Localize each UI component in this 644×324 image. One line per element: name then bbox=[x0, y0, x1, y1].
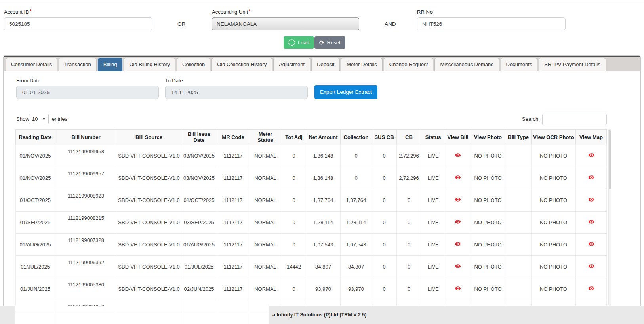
refresh-icon: ⟳ bbox=[319, 40, 324, 46]
column-header-bill-number[interactable]: Bill Number bbox=[55, 130, 117, 145]
cell-tot-adj: 0 bbox=[282, 189, 306, 212]
column-header-view-ocr-photo[interactable]: View OCR Photo bbox=[532, 130, 576, 145]
billing-page: Account ID* OR Accounting Unit* NELAMANG… bbox=[0, 0, 644, 324]
tab-collection[interactable]: Collection bbox=[177, 58, 210, 71]
view-eye-icon[interactable] bbox=[588, 219, 594, 224]
cell-tot-adj: 0 bbox=[282, 167, 306, 189]
cell-reading-date: 01/OCT/2025 bbox=[16, 189, 55, 212]
from-date-input[interactable] bbox=[16, 86, 159, 99]
cell-collection: 0 bbox=[341, 167, 372, 189]
cell-bill-issue-date: 01/JUL/2025 bbox=[181, 256, 217, 278]
cell-bill-number: 1112199009958 bbox=[55, 145, 117, 167]
cell-sus-cb: 0 bbox=[372, 212, 397, 234]
cell-view-bill bbox=[445, 189, 471, 212]
view-eye-icon[interactable] bbox=[455, 153, 461, 158]
column-header-cb[interactable]: CB bbox=[397, 130, 421, 145]
column-header-bill-source[interactable]: Bill Source bbox=[117, 130, 181, 145]
table-row: 01/NOV/20251112199009957SBD-VHT-CONSOLE-… bbox=[16, 167, 607, 189]
column-header-view-bill[interactable]: View Bill bbox=[445, 130, 471, 145]
cell-meter-status: NORMAL bbox=[249, 278, 282, 300]
export-ledger-extract-button[interactable]: Export Ledger Extract bbox=[314, 85, 377, 99]
tab-adjustment[interactable]: Adjustment bbox=[273, 58, 310, 71]
tab-miscellaneous-demand[interactable]: Miscellaneous Demand bbox=[434, 58, 499, 71]
column-header-bill-type[interactable]: Bill Type bbox=[505, 130, 532, 145]
tab-billing[interactable]: Billing bbox=[98, 58, 123, 71]
tab-srtpv-payment-details[interactable]: SRTPV Payment Details bbox=[539, 58, 606, 71]
cell-mr-code: 1112117 bbox=[217, 189, 249, 212]
column-header-net-amount[interactable]: Net Amount bbox=[306, 130, 341, 145]
rr-no-input[interactable] bbox=[417, 17, 566, 30]
tab-old-collection-history[interactable]: Old Collection History bbox=[211, 58, 272, 71]
view-eye-icon[interactable] bbox=[455, 175, 461, 180]
view-eye-icon[interactable] bbox=[588, 242, 594, 246]
cell-bill-source: SBD-VHT-CONSOLE-V1.0 bbox=[117, 189, 181, 212]
view-eye-icon[interactable] bbox=[455, 264, 461, 269]
tab-change-request[interactable]: Change Request bbox=[384, 58, 434, 71]
tab-old-billing-history[interactable]: Old Billing History bbox=[124, 58, 175, 71]
account-id-label: Account ID* bbox=[4, 8, 32, 15]
column-header-tot-adj[interactable]: Tot Adj bbox=[282, 130, 306, 145]
cell-meter-status: NORMAL bbox=[249, 212, 282, 234]
cell-mr-code: 1112117 bbox=[217, 145, 249, 167]
cell-bill-source: SBD-VHT-CONSOLE-V1.0 bbox=[117, 212, 181, 234]
cell-view-photo: NO PHOTO bbox=[471, 278, 505, 300]
scrollbar-thumb[interactable] bbox=[609, 130, 611, 189]
column-header-collection[interactable]: Collection bbox=[341, 130, 372, 145]
column-header-view-photo[interactable]: View Photo bbox=[471, 130, 505, 145]
cell-collection: 1,28,114 bbox=[341, 212, 372, 234]
cell-meter-status: NORMAL bbox=[249, 256, 282, 278]
column-header-mr-code[interactable]: MR Code bbox=[217, 130, 249, 145]
table-scrollbar[interactable] bbox=[608, 129, 611, 306]
tab-deposit[interactable]: Deposit bbox=[311, 58, 340, 71]
tab-consumer-details[interactable]: Consumer Details bbox=[6, 58, 57, 71]
cell-status: LIVE bbox=[421, 256, 445, 278]
to-date-input[interactable] bbox=[165, 86, 308, 99]
view-eye-icon[interactable] bbox=[455, 197, 461, 202]
view-eye-icon[interactable] bbox=[455, 286, 461, 291]
accounting-unit-value: NELAMANGALA bbox=[217, 21, 257, 27]
view-eye-icon[interactable] bbox=[455, 219, 461, 224]
account-id-input[interactable] bbox=[4, 17, 152, 30]
cell-view-map bbox=[576, 278, 607, 300]
view-eye-icon[interactable] bbox=[588, 153, 594, 158]
table-row: 01/OCT/20251112199008923SBD-VHT-CONSOLE-… bbox=[16, 189, 607, 212]
cell-view-map bbox=[576, 234, 607, 256]
footer-text: a Infinity IT Solutions (P)Ltd.(TRM V 2.… bbox=[272, 306, 367, 324]
view-eye-icon[interactable] bbox=[588, 286, 594, 291]
reset-button[interactable]: ⟳ Reset bbox=[314, 36, 345, 49]
cell-view-photo: NO PHOTO bbox=[471, 167, 505, 189]
cell-status: LIVE bbox=[421, 145, 445, 167]
view-eye-icon[interactable] bbox=[588, 197, 594, 202]
search-input[interactable] bbox=[542, 114, 607, 125]
table-row: 01/JUL/20251112199006392SBD-VHT-CONSOLE-… bbox=[16, 256, 607, 278]
table-row: 01/JUN/20251112199005380SBD-VHT-CONSOLE-… bbox=[16, 278, 607, 300]
column-header-sus-cb[interactable]: SUS CB bbox=[372, 130, 397, 145]
view-eye-icon[interactable] bbox=[588, 175, 594, 180]
column-header-view-map[interactable]: View Map bbox=[576, 130, 607, 145]
cell-collection: 1,07,543 bbox=[341, 234, 372, 256]
cell-tot-adj: 0 bbox=[282, 212, 306, 234]
view-eye-icon[interactable] bbox=[455, 242, 461, 246]
tab-transaction[interactable]: Transaction bbox=[59, 58, 96, 71]
cell-status: LIVE bbox=[421, 212, 445, 234]
cell-bill-number: 1112199008923 bbox=[55, 189, 117, 212]
accounting-unit-select[interactable]: NELAMANGALA bbox=[212, 17, 359, 30]
cell-mr-code: 1112117 bbox=[217, 167, 249, 189]
cell-cb: 0 bbox=[397, 278, 421, 300]
cell-bill-issue-date: 03/NOV/2025 bbox=[181, 167, 217, 189]
cell-mr-code: 1112117 bbox=[217, 256, 249, 278]
cell-view-ocr-photo: NO PHOTO bbox=[532, 256, 576, 278]
cell-view-ocr-photo: NO PHOTO bbox=[532, 145, 576, 167]
column-header-meter-status[interactable]: Meter Status bbox=[249, 130, 282, 145]
load-button[interactable]: Load bbox=[284, 36, 314, 49]
column-header-reading-date[interactable]: Reading Date bbox=[16, 130, 55, 145]
page-size-select[interactable]: 10 bbox=[29, 114, 49, 124]
column-header-status[interactable]: Status bbox=[421, 130, 445, 145]
view-eye-icon[interactable] bbox=[588, 264, 594, 269]
cell-bill-type bbox=[505, 189, 532, 212]
cell-net-amount: 1,37,764 bbox=[306, 189, 341, 212]
column-header-bill-issue-date[interactable]: Bill Issue Date bbox=[181, 130, 217, 145]
tab-meter-details[interactable]: Meter Details bbox=[341, 58, 383, 71]
cell-view-map bbox=[576, 212, 607, 234]
tab-documents[interactable]: Documents bbox=[501, 58, 538, 71]
